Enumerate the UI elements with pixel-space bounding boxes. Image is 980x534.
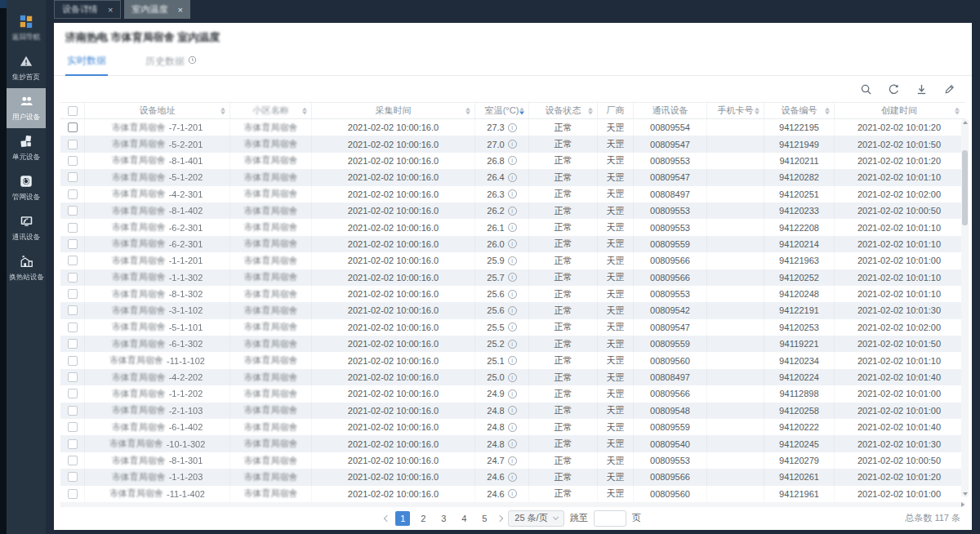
row-checkbox[interactable] [68,456,78,465]
prev-page-icon[interactable] [384,515,390,522]
info-icon[interactable]: i [508,173,517,182]
subtabs: 实时数据 历史数据 [54,51,972,76]
sidebar-item-meter-home[interactable]: 集抄首页 [7,48,46,88]
info-icon[interactable]: i [508,456,517,465]
row-checkbox[interactable] [68,439,78,449]
sidebar-item-comm-devices[interactable]: 通讯设备 [7,208,46,248]
row-checkbox[interactable] [68,323,78,332]
sort-icon[interactable] [755,107,760,114]
info-icon[interactable]: i [508,223,517,232]
edit-pen-icon[interactable] [943,83,956,96]
device-address-suffix: -8-1-402 [169,206,203,216]
subtab-history-data[interactable]: 历史数据 [144,51,198,75]
info-icon[interactable]: i [508,256,517,265]
row-checkbox[interactable] [68,472,78,482]
row-checkbox[interactable] [68,189,78,199]
info-icon[interactable]: i [508,406,517,415]
info-icon[interactable]: i [508,439,517,448]
scroll-up-icon[interactable] [963,121,968,124]
row-checkbox[interactable] [68,289,78,299]
row-checkbox[interactable] [68,206,78,216]
page-number-3[interactable]: 3 [436,511,451,526]
vertical-scrollbar[interactable] [961,119,969,497]
info-icon[interactable]: i [508,373,517,382]
row-checkbox[interactable] [68,239,78,249]
scroll-down-icon[interactable] [963,492,968,496]
tab-device-detail[interactable]: 设备详情 × [54,0,121,19]
header-room-temp[interactable]: 室温(°C) [475,103,529,118]
sort-icon[interactable] [302,107,307,114]
sidebar-item-user-devices[interactable]: 用户设备 [7,88,46,128]
row-checkbox[interactable] [68,223,78,233]
info-icon[interactable]: i [508,323,517,332]
close-tab-icon[interactable]: × [108,5,113,15]
next-page-icon[interactable] [497,515,503,522]
info-icon[interactable]: i [508,473,517,482]
row-checkbox[interactable] [68,356,78,366]
row-checkbox[interactable] [68,256,78,265]
row-checkbox[interactable] [68,389,78,398]
info-icon[interactable]: i [508,140,517,149]
sidebar-item-pipe-devices[interactable]: 管网设备 [7,168,46,208]
device-address-prefix: 市体育局宿舍 [112,288,166,300]
info-icon[interactable]: i [508,239,517,248]
sort-icon[interactable] [220,107,225,114]
page-number-2[interactable]: 2 [416,511,430,526]
row-checkbox[interactable] [68,339,78,349]
info-icon[interactable]: i [508,306,517,315]
sort-icon[interactable] [466,107,470,114]
row-checkbox[interactable] [68,422,78,432]
row-checkbox[interactable] [68,122,78,132]
page-number-1[interactable]: 1 [395,511,410,526]
info-icon[interactable]: i [508,423,517,432]
info-icon[interactable]: i [508,489,517,498]
info-icon[interactable]: i [508,189,517,198]
header-device-status[interactable]: 设备状态 [529,103,598,118]
row-checkbox[interactable] [68,372,78,382]
header-create-time[interactable]: 创建时间 [835,103,964,118]
info-icon[interactable]: i [508,156,517,165]
cell-device-address: 市体育局宿舍-8-1-401 [85,153,230,169]
cell-create-time: 2021-02-02 10:01:10 [835,236,964,252]
row-checkbox[interactable] [68,172,78,182]
subtab-realtime-data[interactable]: 实时数据 [65,51,108,76]
sort-icon-active-desc[interactable] [519,107,524,114]
cell-sim-card [707,336,764,352]
row-checkbox[interactable] [68,156,78,166]
row-checkbox[interactable] [68,273,78,283]
sort-icon[interactable] [588,107,593,114]
page-number-4[interactable]: 4 [457,511,471,526]
info-icon[interactable]: i [508,207,517,216]
info-icon[interactable]: i [508,356,517,365]
sort-icon[interactable] [825,107,830,114]
header-collect-time[interactable]: 采集时间 [312,103,475,118]
info-icon[interactable]: i [508,290,517,299]
cell-room-temp: 25.1 i [475,352,529,368]
row-checkbox[interactable] [68,305,78,315]
info-icon[interactable]: i [508,273,517,282]
info-icon[interactable]: i [508,123,517,132]
download-icon[interactable] [915,83,928,96]
info-icon[interactable]: i [508,340,517,349]
tab-indoor-temp[interactable]: 室内温度 × [124,0,189,19]
header-device-address[interactable]: 设备地址 [85,103,230,118]
page-size-select[interactable]: 25 条/页 [508,510,564,527]
search-icon[interactable] [860,83,872,96]
sidebar-item-heat-station-devices[interactable]: 换热站设备 [7,248,46,288]
row-checkbox[interactable] [68,140,78,149]
sidebar-item-return-nav[interactable]: 返回导航 [7,8,46,48]
info-icon[interactable]: i [508,389,517,398]
header-community-name[interactable]: 小区名称 [230,103,312,118]
header-sim-card[interactable]: 手机卡号 [707,103,764,118]
scrollbar-thumb[interactable] [962,150,968,225]
sidebar-item-unit-devices[interactable]: 单元设备 [7,128,46,168]
jump-page-input[interactable] [594,510,626,527]
select-all-checkbox[interactable] [68,106,78,116]
close-tab-icon[interactable]: × [177,5,182,15]
header-device-no[interactable]: 设备编号 [764,103,835,118]
refresh-icon[interactable] [888,83,900,96]
row-checkbox[interactable] [68,406,78,416]
page-number-5[interactable]: 5 [477,511,492,526]
sort-icon[interactable] [955,107,960,114]
row-checkbox[interactable] [68,489,78,499]
